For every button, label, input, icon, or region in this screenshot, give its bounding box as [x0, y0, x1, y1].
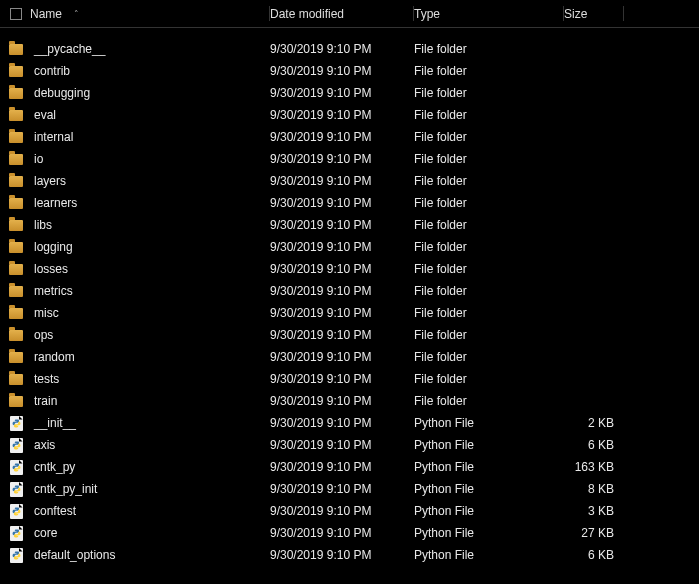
folder-icon — [6, 308, 26, 319]
file-row[interactable]: tests9/30/2019 9:10 PMFile folder — [0, 368, 699, 390]
column-header-date[interactable]: Date modified — [270, 0, 414, 27]
file-type: Python File — [414, 526, 564, 540]
folder-icon — [6, 242, 26, 253]
file-date: 9/30/2019 9:10 PM — [270, 548, 414, 562]
file-row[interactable]: axis9/30/2019 9:10 PMPython File6 KB — [0, 434, 699, 456]
folder-icon — [6, 44, 26, 55]
file-row[interactable]: logging9/30/2019 9:10 PMFile folder — [0, 236, 699, 258]
file-date: 9/30/2019 9:10 PM — [270, 394, 414, 408]
file-type: File folder — [414, 174, 564, 188]
folder-icon — [6, 154, 26, 165]
file-name: axis — [30, 438, 55, 452]
folder-icon — [6, 374, 26, 385]
folder-icon — [6, 88, 26, 99]
file-name: learners — [30, 196, 77, 210]
python-file-icon — [6, 482, 26, 497]
file-date: 9/30/2019 9:10 PM — [270, 438, 414, 452]
folder-icon — [6, 110, 26, 121]
file-type: File folder — [414, 372, 564, 386]
file-date: 9/30/2019 9:10 PM — [270, 416, 414, 430]
file-date: 9/30/2019 9:10 PM — [270, 130, 414, 144]
file-row[interactable]: losses9/30/2019 9:10 PMFile folder — [0, 258, 699, 280]
folder-icon — [6, 330, 26, 341]
folder-icon — [6, 220, 26, 231]
file-name: __init__ — [30, 416, 76, 430]
folder-icon — [6, 352, 26, 363]
column-header-size[interactable]: Size — [564, 0, 624, 27]
column-header-date-label: Date modified — [270, 7, 344, 21]
file-row[interactable]: cntk_py_init9/30/2019 9:10 PMPython File… — [0, 478, 699, 500]
folder-icon — [6, 396, 26, 407]
folder-icon — [6, 176, 26, 187]
file-row[interactable]: eval9/30/2019 9:10 PMFile folder — [0, 104, 699, 126]
file-row[interactable]: contrib9/30/2019 9:10 PMFile folder — [0, 60, 699, 82]
file-type: Python File — [414, 548, 564, 562]
file-row[interactable]: layers9/30/2019 9:10 PMFile folder — [0, 170, 699, 192]
file-name: io — [30, 152, 43, 166]
file-name: ops — [30, 328, 53, 342]
file-type: File folder — [414, 240, 564, 254]
file-row[interactable]: random9/30/2019 9:10 PMFile folder — [0, 346, 699, 368]
file-row[interactable]: core9/30/2019 9:10 PMPython File27 KB — [0, 522, 699, 544]
file-name: conftest — [30, 504, 76, 518]
file-name: metrics — [30, 284, 73, 298]
file-name: internal — [30, 130, 73, 144]
file-row[interactable]: conftest9/30/2019 9:10 PMPython File3 KB — [0, 500, 699, 522]
file-name: logging — [30, 240, 73, 254]
file-size: 27 KB — [564, 526, 624, 540]
file-name: losses — [30, 262, 68, 276]
file-name: cntk_py — [30, 460, 75, 474]
file-row[interactable]: default_options9/30/2019 9:10 PMPython F… — [0, 544, 699, 566]
file-size: 6 KB — [564, 548, 624, 562]
file-date: 9/30/2019 9:10 PM — [270, 42, 414, 56]
file-row[interactable]: ops9/30/2019 9:10 PMFile folder — [0, 324, 699, 346]
file-type: File folder — [414, 350, 564, 364]
file-row[interactable]: metrics9/30/2019 9:10 PMFile folder — [0, 280, 699, 302]
file-size: 3 KB — [564, 504, 624, 518]
file-row[interactable]: misc9/30/2019 9:10 PMFile folder — [0, 302, 699, 324]
file-date: 9/30/2019 9:10 PM — [270, 174, 414, 188]
file-row[interactable]: libs9/30/2019 9:10 PMFile folder — [0, 214, 699, 236]
select-all-checkbox[interactable] — [6, 8, 26, 20]
file-type: File folder — [414, 328, 564, 342]
file-row[interactable]: __pycache__9/30/2019 9:10 PMFile folder — [0, 38, 699, 60]
file-type: Python File — [414, 416, 564, 430]
file-row[interactable]: debugging9/30/2019 9:10 PMFile folder — [0, 82, 699, 104]
file-size: 163 KB — [564, 460, 624, 474]
file-date: 9/30/2019 9:10 PM — [270, 306, 414, 320]
file-type: File folder — [414, 262, 564, 276]
file-row[interactable]: internal9/30/2019 9:10 PMFile folder — [0, 126, 699, 148]
file-date: 9/30/2019 9:10 PM — [270, 460, 414, 474]
file-date: 9/30/2019 9:10 PM — [270, 284, 414, 298]
file-name: cntk_py_init — [30, 482, 97, 496]
file-type: File folder — [414, 284, 564, 298]
file-row[interactable]: io9/30/2019 9:10 PMFile folder — [0, 148, 699, 170]
file-type: File folder — [414, 394, 564, 408]
file-row[interactable]: cntk_py9/30/2019 9:10 PMPython File163 K… — [0, 456, 699, 478]
file-list: __pycache__9/30/2019 9:10 PMFile folderc… — [0, 28, 699, 566]
column-header-type[interactable]: Type — [414, 0, 564, 27]
file-type: File folder — [414, 218, 564, 232]
file-type: File folder — [414, 130, 564, 144]
column-header-row: Name ˄ Date modified Type Size — [0, 0, 699, 28]
file-type: File folder — [414, 196, 564, 210]
file-name: debugging — [30, 86, 90, 100]
file-date: 9/30/2019 9:10 PM — [270, 152, 414, 166]
file-row[interactable]: learners9/30/2019 9:10 PMFile folder — [0, 192, 699, 214]
column-header-name[interactable]: Name ˄ — [26, 0, 270, 27]
file-row[interactable]: __init__9/30/2019 9:10 PMPython File2 KB — [0, 412, 699, 434]
file-date: 9/30/2019 9:10 PM — [270, 350, 414, 364]
file-date: 9/30/2019 9:10 PM — [270, 108, 414, 122]
file-name: random — [30, 350, 75, 364]
file-row[interactable]: train9/30/2019 9:10 PMFile folder — [0, 390, 699, 412]
file-name: core — [30, 526, 57, 540]
file-date: 9/30/2019 9:10 PM — [270, 372, 414, 386]
file-name: train — [30, 394, 57, 408]
file-type: Python File — [414, 460, 564, 474]
file-type: Python File — [414, 482, 564, 496]
file-size: 6 KB — [564, 438, 624, 452]
file-date: 9/30/2019 9:10 PM — [270, 262, 414, 276]
file-type: File folder — [414, 86, 564, 100]
file-date: 9/30/2019 9:10 PM — [270, 482, 414, 496]
folder-icon — [6, 198, 26, 209]
